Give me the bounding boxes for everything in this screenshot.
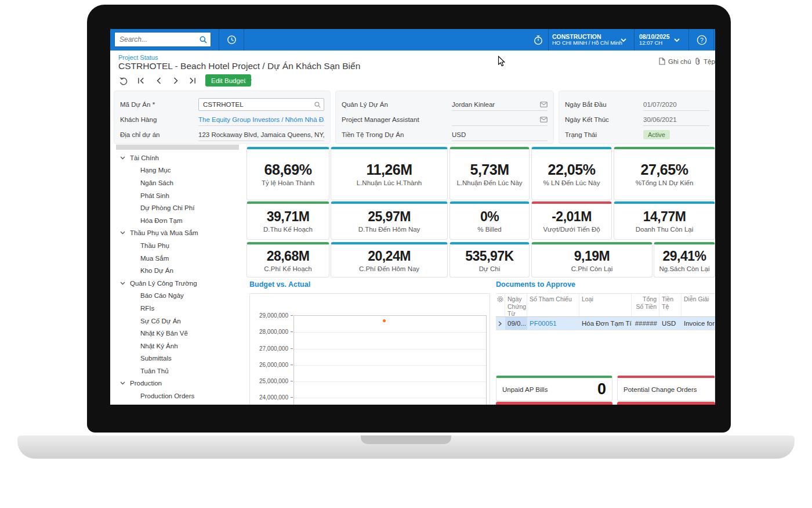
email-icon[interactable]: [540, 102, 548, 107]
go-first-icon[interactable]: [135, 75, 147, 86]
go-next-icon[interactable]: [169, 75, 182, 86]
sidebar-item[interactable]: Submittals: [110, 352, 244, 365]
cut-off-widget: [496, 402, 612, 405]
kpi-tile[interactable]: 11,26ML.Nhuận Lúc H.Thành: [331, 147, 448, 200]
kpi-tile[interactable]: 25,97MD.Thu Đến Hôm Nay: [331, 201, 448, 240]
kpi-label: D.Thu Đến Hôm Nay: [358, 225, 420, 233]
kpi-tile[interactable]: 22,05%% LN Đến Lúc Này: [531, 147, 612, 200]
sidebar-item-selected-partial[interactable]: [116, 145, 239, 150]
breadcrumb[interactable]: Project Status: [118, 54, 158, 61]
column-header[interactable]: Ngày Chứng Từ: [505, 294, 527, 316]
column-header[interactable]: Tổng Số Tiền: [632, 294, 659, 316]
global-search[interactable]: [114, 32, 211, 47]
cell-reference-link[interactable]: PF00051: [527, 317, 579, 330]
notes-button[interactable]: Ghi chú: [659, 57, 691, 65]
sidebar-item[interactable]: Báo Cáo Ngày: [110, 290, 244, 302]
sidebar-item[interactable]: Ngân Sách: [110, 176, 244, 189]
kpi-tile[interactable]: 68,69%Tỷ lệ Hoàn Thành: [246, 147, 329, 200]
column-header[interactable]: Loại: [579, 294, 632, 316]
kpi-label: L.Nhuận Đến Lúc Này: [456, 179, 522, 187]
sidebar-item[interactable]: Thầu Phụ và Mua Sắm: [110, 227, 244, 240]
sidebar-item[interactable]: Tuân Thủ: [110, 365, 244, 377]
mouse-cursor: [498, 56, 506, 70]
sidebar-item[interactable]: Hóa Đơn Tạm: [110, 214, 244, 227]
sidebar-item-label: Ngân Sách: [140, 179, 173, 186]
table-row[interactable]: 09/0...PF00051Hóa Đơn Tạm Tính######USDI…: [496, 317, 715, 330]
kpi-tile[interactable]: 535,97KDự Chi: [449, 242, 530, 278]
kpi-tile[interactable]: 39,71MD.Thu Kế Hoạch: [246, 201, 329, 240]
stopwatch-icon[interactable]: [531, 29, 545, 51]
kpi-tile[interactable]: 28,68MC.Phí Kế Hoạch: [246, 242, 329, 278]
kpi-value: 39,71M: [267, 209, 310, 225]
gridline: [294, 332, 486, 333]
column-header[interactable]: Số Tham Chiếu: [527, 294, 579, 316]
sidebar-item[interactable]: Production: [110, 377, 244, 390]
current-time: 12:07 CH: [639, 40, 670, 46]
sidebar-item[interactable]: Quản Lý Công Trường: [110, 277, 244, 290]
unpaid-ap-bills-widget[interactable]: Unpaid AP Bills 0: [496, 376, 612, 401]
lookup-icon[interactable]: [314, 102, 321, 108]
address-value[interactable]: 123 Rockaway Blvd, Jamaica Queens, NY, 1…: [198, 129, 324, 141]
kpi-tile[interactable]: 14,77MDoanh Thu Còn Lại: [614, 201, 715, 240]
assistant-value[interactable]: [452, 114, 548, 126]
field-label: Trạng Thái: [565, 131, 643, 138]
email-icon[interactable]: [540, 117, 548, 123]
kpi-tile[interactable]: 27,65%%Tổng LN Dự Kiến: [614, 147, 715, 200]
business-date-icon[interactable]: [224, 29, 239, 51]
undo-icon[interactable]: [117, 75, 130, 86]
sidebar-item[interactable]: Thầu Phụ: [110, 239, 244, 252]
gear-icon[interactable]: [496, 294, 505, 316]
field-label: Mã Dự Án *: [120, 101, 198, 108]
sidebar-item-label: Kho Dự Án: [140, 267, 173, 274]
search-icon[interactable]: [200, 36, 207, 44]
help-icon[interactable]: ?: [694, 29, 710, 51]
sidebar-item[interactable]: Nhật Ký Ảnh: [110, 340, 244, 352]
sidebar-item[interactable]: Tài Chính: [110, 152, 244, 164]
potential-change-orders-widget[interactable]: Potential Change Orders: [617, 376, 715, 401]
manager-value[interactable]: Jordan Kinlear: [452, 99, 548, 111]
chevron-down-icon[interactable]: [120, 282, 125, 285]
kpi-tile[interactable]: 0%% Billed: [449, 201, 530, 240]
sidebar-item[interactable]: Hạng Mục: [110, 164, 244, 177]
files-label: Tệp: [704, 58, 715, 65]
sidebar-item[interactable]: RFIs: [110, 302, 244, 315]
tenant-menu[interactable]: CONSTRUCTION HO CHI MINH / Hồ Chí Minh: [552, 29, 622, 51]
project-id-field[interactable]: [198, 98, 324, 111]
more-actions-button[interactable]: ···: [244, 75, 253, 84]
sidebar-item[interactable]: Kho Dự Án: [110, 264, 244, 277]
go-prev-icon[interactable]: [152, 75, 165, 86]
sidebar-item[interactable]: Sự Cố Dự Án: [110, 315, 244, 327]
sidebar-item[interactable]: Nhật Ký Bản Vẽ: [110, 327, 244, 340]
customer-link[interactable]: The Equity Group Investors / Nhóm Nhà Đầ…: [198, 114, 324, 126]
start-date-value[interactable]: 01/07/2020: [643, 99, 709, 111]
kpi-tile[interactable]: 9,19MC.Phí Còn Lại: [531, 242, 652, 278]
end-date-value[interactable]: 30/06/2021: [643, 114, 709, 126]
sidebar-item[interactable]: Mua Sắm: [110, 252, 244, 265]
sidebar-item-label: Nhật Ký Bản Vẽ: [140, 330, 188, 337]
column-header[interactable]: Diễn Giải: [682, 294, 715, 316]
chevron-down-icon[interactable]: [120, 231, 125, 235]
sidebar-item[interactable]: Production Orders: [110, 390, 244, 402]
chevron-down-icon[interactable]: [673, 29, 681, 51]
kpi-label: C.Phí Kế Hoạch: [264, 265, 311, 273]
kpi-tile[interactable]: 20,24MC.Phí Đến Hôm Nay: [331, 242, 448, 278]
chevron-down-icon[interactable]: [120, 381, 125, 385]
chevron-down-icon[interactable]: [120, 156, 125, 160]
kpi-tile[interactable]: -2,01MVượt/Dưới Tiến Độ: [531, 201, 612, 240]
sidebar-item[interactable]: Dự Phòng Chi Phí: [110, 201, 244, 214]
budget-vs-actual-chart: 29,000,00028,000,00027,000,00026,000,000…: [249, 293, 490, 405]
topbar-separator: [219, 29, 219, 51]
chevron-down-icon[interactable]: [619, 29, 628, 51]
date-menu[interactable]: 08/10/2025 12:07 CH: [639, 29, 670, 51]
column-header[interactable]: Tiền Tệ: [659, 294, 682, 316]
row-expander-icon[interactable]: [496, 317, 505, 330]
currency-value[interactable]: USD: [452, 129, 548, 141]
files-button[interactable]: Tệp: [695, 57, 715, 65]
search-input[interactable]: [115, 35, 200, 44]
kpi-tile[interactable]: 29,41%Ng.Sách Còn Lại: [654, 242, 715, 278]
chart-title: Budget vs. Actual: [249, 280, 310, 289]
go-last-icon[interactable]: [186, 75, 198, 86]
kpi-tile[interactable]: 5,73ML.Nhuận Đến Lúc Này: [449, 147, 530, 200]
sidebar-item[interactable]: Phát Sinh: [110, 189, 244, 202]
project-id-input[interactable]: [199, 101, 314, 108]
